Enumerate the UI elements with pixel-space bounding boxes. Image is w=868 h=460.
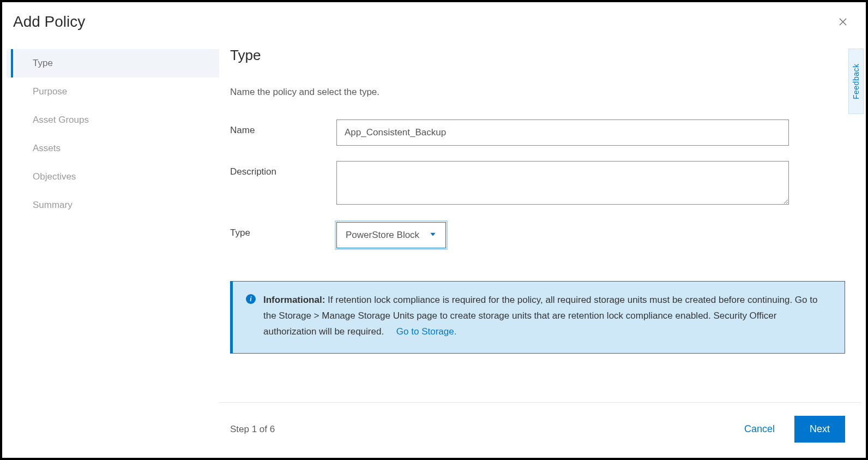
type-select-value: PowerStore Block [346,230,419,241]
name-label: Name [230,120,336,136]
cancel-button[interactable]: Cancel [740,418,779,440]
step-label: Purpose [33,86,67,97]
panel-subtitle: Name the policy and select the type. [230,87,845,98]
type-label: Type [230,222,336,238]
type-select[interactable]: PowerStore Block [336,222,446,248]
dialog-header: Add Policy [7,7,861,31]
step-label: Type [33,58,53,69]
step-type[interactable]: Type [7,49,219,77]
name-input[interactable] [336,120,789,146]
step-label: Assets [33,143,61,154]
go-to-storage-link[interactable]: Go to Storage. [396,326,457,337]
info-banner: i Informational: If retention lock compl… [230,281,845,354]
wizard-footer: Step 1 of 6 Cancel Next [219,402,861,456]
step-objectives[interactable]: Objectives [7,163,219,191]
form-row-description: Description [230,161,845,207]
wizard-steps-sidebar: Type Purpose Asset Groups Assets Objecti… [7,47,219,453]
step-label: Objectives [33,171,76,182]
info-text: Informational: If retention lock complia… [263,292,831,340]
step-summary[interactable]: Summary [7,191,219,219]
step-label: Summary [33,200,73,211]
description-input[interactable] [336,161,789,205]
dialog-title: Add Policy [13,13,85,31]
form-row-name: Name [230,120,845,146]
description-label: Description [230,161,336,177]
form-row-type: Type PowerStore Block [230,222,845,248]
feedback-label: Feedback [852,63,860,99]
step-list: Type Purpose Asset Groups Assets Objecti… [7,49,219,219]
step-assets[interactable]: Assets [7,134,219,163]
info-body: If retention lock compliance is required… [263,295,817,337]
info-icon: i [246,294,256,304]
step-indicator: Step 1 of 6 [230,424,275,435]
chevron-down-icon [429,230,437,240]
step-label: Asset Groups [33,115,89,126]
panel-title: Type [230,47,845,64]
next-button[interactable]: Next [794,416,845,443]
feedback-tab[interactable]: Feedback [848,49,864,114]
step-asset-groups[interactable]: Asset Groups [7,106,219,134]
step-purpose[interactable]: Purpose [7,77,219,106]
close-icon[interactable] [835,14,851,29]
info-title: Informational: [263,295,325,305]
add-policy-dialog: Add Policy Type Purpose Asse [7,7,861,453]
